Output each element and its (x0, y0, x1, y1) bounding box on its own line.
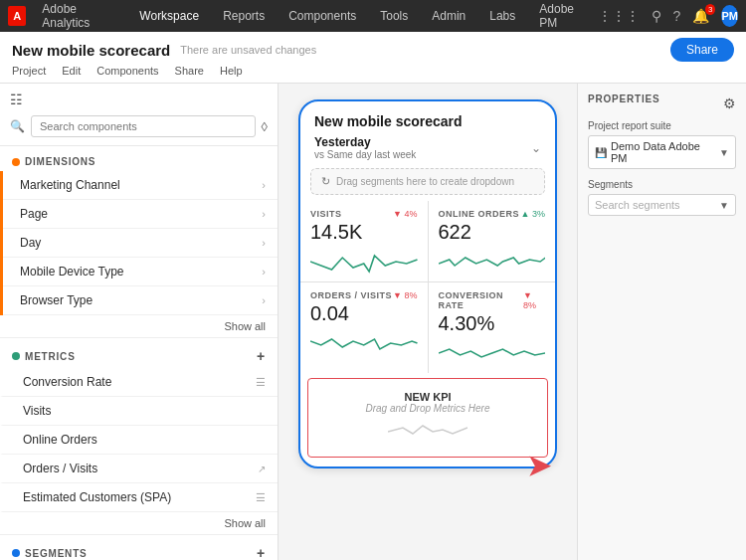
kpi-orders-value: 622 (439, 221, 546, 244)
metric-item-online-orders[interactable]: Online Orders (0, 426, 278, 455)
new-kpi-sub: Drag and Drop Metrics Here (365, 403, 489, 414)
dim-item-marketing-channel[interactable]: Marketing Channel › (0, 171, 278, 200)
chevron-icon: › (262, 237, 266, 249)
orange-bar (0, 258, 3, 286)
properties-title: PROPERTIES (588, 93, 659, 104)
menu-share[interactable]: Share (175, 65, 204, 77)
metrics-header: METRICS + (0, 338, 278, 368)
kpi-conversion-rate[interactable]: CONVERSION RATE ▼ 8% 4.30% (429, 282, 556, 373)
kpi-orders-change: ▲ 3% (521, 209, 545, 219)
nav-admin[interactable]: Admin (428, 9, 469, 23)
mobile-card: New mobile scorecard Yesterday vs Same d… (298, 99, 557, 468)
dim-item-page[interactable]: Page › (0, 200, 278, 229)
menu-project[interactable]: Project (12, 65, 46, 77)
nav-workspace[interactable]: Workspace (135, 9, 203, 23)
new-kpi-label: NEW KPI (404, 391, 451, 403)
kpi-visits-change: ▼ 4% (393, 209, 417, 219)
segments-select[interactable]: Search segments ▼ (588, 194, 736, 216)
filter-icon[interactable]: ◊ (262, 119, 268, 134)
new-kpi-sparkline-icon (388, 418, 467, 445)
menu-help[interactable]: Help (220, 65, 243, 77)
search-icon[interactable]: ⚲ (652, 8, 661, 24)
chevron-icon: › (262, 294, 266, 306)
nav-tools[interactable]: Tools (376, 9, 412, 23)
drag-segments-text: Drag segments here to create dropdown (336, 176, 514, 187)
search-input[interactable] (31, 115, 256, 137)
menu-components[interactable]: Components (96, 65, 158, 77)
report-suite-select[interactable]: 💾 Demo Data Adobe PM ▼ (588, 135, 736, 169)
share-button[interactable]: Share (670, 38, 734, 62)
search-magnifier-icon: 🔍 (10, 119, 25, 133)
nav-labs[interactable]: Labs (485, 9, 519, 23)
date-label: Yesterday (314, 135, 416, 149)
grid-icon[interactable]: ⋮⋮⋮ (598, 8, 640, 24)
unsaved-changes: There are unsaved changes (180, 44, 316, 56)
dim-item-day[interactable]: Day › (0, 229, 278, 258)
table-icon2: ☰ (256, 491, 266, 504)
nav-reports[interactable]: Reports (219, 9, 269, 23)
kpi-grid: VISITS ▼ 4% 14.5K ONLINE ORDERS ▲ 3% (300, 201, 555, 373)
orange-bar (0, 229, 3, 258)
second-bar-top: New mobile scorecard There are unsaved c… (12, 38, 734, 62)
avatar[interactable]: PM (721, 5, 738, 27)
right-panel: PROPERTIES ⚙ Project report suite 💾 Demo… (577, 84, 746, 560)
metrics-dot (12, 352, 20, 360)
segments-label: Segments (588, 179, 736, 190)
metric-item-orders-visits[interactable]: Orders / Visits ↗ (0, 455, 278, 483)
menu-edit[interactable]: Edit (62, 65, 81, 77)
metric-item-visits[interactable]: Visits (0, 397, 278, 426)
metric-item-conversion-rate[interactable]: Conversion Rate ☰ (0, 368, 278, 397)
gear-icon[interactable]: ⚙ (723, 95, 736, 111)
report-suite-label: Project report suite (588, 120, 736, 131)
nav-components[interactable]: Components (284, 9, 360, 23)
help-icon[interactable]: ? (673, 8, 681, 24)
product-name: Adobe Analytics (42, 2, 119, 30)
sidebar-toggle-icon[interactable]: ☷ (10, 92, 23, 107)
dim-mobile-device[interactable]: Mobile Device Type › (0, 258, 278, 286)
adobe-logo: A (8, 6, 26, 26)
left-panel: ☷ 🔍 ◊ DIMENSIONS Marketing Channel › (0, 84, 279, 560)
date-chevron-icon[interactable]: ⌄ (531, 141, 541, 155)
kpi-orders-visits-sparkline (310, 329, 418, 357)
kpi-visits-sparkline (310, 248, 418, 276)
report-suite-chevron-icon: ▼ (719, 147, 729, 158)
segments-header: SEGMENTS + (0, 535, 278, 560)
title-area: New mobile scorecard There are unsaved c… (12, 42, 316, 59)
dim-browser[interactable]: Browser Type › (0, 286, 278, 315)
page-title: New mobile scorecard (12, 42, 170, 59)
kpi-orders-visits-change: ▼ 8% (393, 290, 417, 300)
panel-content: DIMENSIONS Marketing Channel › Page › (0, 146, 278, 560)
dim-page[interactable]: Page › (0, 200, 278, 229)
drag-segments-area[interactable]: ↻ Drag segments here to create dropdown (310, 168, 545, 195)
top-nav: A Adobe Analytics Workspace Reports Comp… (0, 0, 746, 32)
kpi-visits-label: VISITS (310, 209, 342, 219)
kpi-online-orders[interactable]: ONLINE ORDERS ▲ 3% 622 (429, 201, 556, 281)
dim-item-mobile-device-type[interactable]: Mobile Device Type › (0, 258, 278, 286)
segments-chevron-icon: ▼ (719, 200, 729, 211)
dim-item-browser-type[interactable]: Browser Type › (0, 286, 278, 315)
metric-item-estimated-customers[interactable]: Estimated Customers (SPA) ☰ (0, 483, 278, 512)
dimensions-show-all[interactable]: Show all (0, 315, 278, 338)
dim-day[interactable]: Day › (0, 229, 278, 258)
date-row[interactable]: Yesterday vs Same day last week ⌄ (300, 133, 555, 162)
metrics-add-icon[interactable]: + (257, 348, 266, 364)
menu-bar: Project Edit Components Share Help (12, 65, 734, 77)
report-suite-db-icon: 💾 (595, 147, 607, 158)
refresh-icon: ↻ (321, 175, 330, 188)
dimensions-header: DIMENSIONS (0, 146, 278, 171)
kpi-conversion-sparkline (439, 339, 546, 367)
metrics-show-all[interactable]: Show all (0, 512, 278, 535)
kpi-orders-visits[interactable]: ORDERS / VISITS ▼ 8% 0.04 (300, 282, 428, 373)
bell-badge: 3 (705, 4, 715, 15)
bell-icon[interactable]: 🔔 3 (692, 8, 709, 24)
segments-dot (12, 549, 20, 557)
orange-bar (0, 200, 3, 229)
metrics-label-wrap: METRICS (12, 351, 76, 362)
orange-bar (0, 286, 3, 315)
kpi-visits[interactable]: VISITS ▼ 4% 14.5K (300, 201, 428, 281)
segments-add-icon[interactable]: + (257, 545, 266, 560)
dimensions-label: DIMENSIONS (12, 156, 95, 167)
date-sub: vs Same day last week (314, 149, 416, 160)
new-kpi-card[interactable]: NEW KPI Drag and Drop Metrics Here (307, 378, 548, 458)
dim-marketing-channel[interactable]: Marketing Channel › (0, 171, 278, 200)
